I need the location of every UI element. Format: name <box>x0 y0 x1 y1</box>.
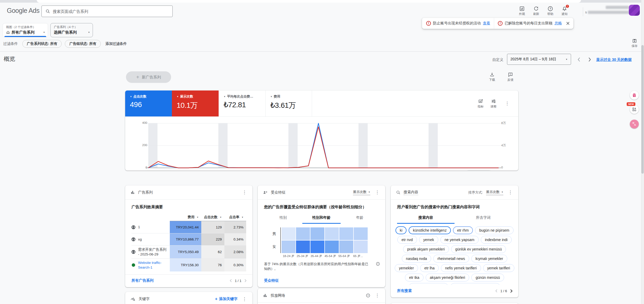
search-term-chip[interactable]: ne yemek yapsam <box>440 236 479 244</box>
more-options-button[interactable]: ⋮ <box>373 189 381 196</box>
scorecard-impressions[interactable]: ▼展示次数10.1万 <box>172 90 219 116</box>
status-paused-icon[interactable] <box>131 237 135 241</box>
table-row[interactable]: xgTRY10,866.772290.34% <box>131 233 246 245</box>
prev-page-button[interactable] <box>495 289 498 293</box>
scorecard-clicks[interactable]: ▼点击次数496 <box>125 90 172 116</box>
search-input[interactable] <box>53 9 169 14</box>
status-enabled-icon[interactable] <box>132 263 135 267</box>
more-options-button[interactable]: ⋮ <box>241 189 248 196</box>
clicks-cell: 62 <box>201 246 224 258</box>
search-term-chip[interactable]: etr nvd <box>397 236 417 244</box>
metrics-button[interactable]: 指标 <box>478 99 484 109</box>
search-term-chip[interactable]: ki <box>395 226 407 234</box>
search-term-chip[interactable]: günün menüsü <box>471 274 504 281</box>
prev-page-button[interactable] <box>229 279 232 283</box>
add-filter-button[interactable]: 添加过滤条件 <box>105 41 127 46</box>
avatar[interactable] <box>629 5 640 16</box>
date-range-selector[interactable]: 2025年 8月 14日 – 9月 18日 ▼ <box>507 54 571 65</box>
column-header-clicks[interactable]: 点击次数▼ <box>201 215 224 221</box>
show-last-30-days-link[interactable]: 显示过去 30 天的数据 <box>596 57 632 62</box>
search-term-chip[interactable]: günlük ev yemekleri menüsü <box>451 245 506 253</box>
search-term-chip[interactable]: yemek <box>419 236 438 244</box>
add-keywords-button[interactable]: +添加关键字 <box>215 296 237 302</box>
filter-label: 过滤条件 <box>3 41 18 46</box>
tab-gender-and-age[interactable]: 性别和年龄 <box>302 213 341 224</box>
filter-chip-campaign-status[interactable]: 广告系列状态: 所有 <box>22 40 62 48</box>
notifications-button[interactable]: 通知 ! <box>557 4 572 16</box>
all-campaigns-link[interactable]: 所有广告系列 <box>131 278 154 283</box>
search-term-chip[interactable]: pratik akşam yemekleri <box>403 245 449 253</box>
help-icon[interactable]: ? <box>366 293 370 298</box>
search-term-chip[interactable]: kıymalı yemekler <box>471 255 507 263</box>
search-term-chip[interactable]: indexbme indi <box>481 236 512 244</box>
search-tabs: 搜索内容 所含字词 <box>397 213 512 224</box>
ignore-link[interactable]: 忽略 <box>555 21 562 26</box>
search-term-chip-clipped[interactable] <box>450 283 500 285</box>
demographics-link[interactable]: 受众特征 <box>264 278 279 283</box>
next-period-button[interactable] <box>586 56 593 63</box>
alert-toast: ! 防止账号出现未经授权的活动 查看 ! 已解除您账号的每日支出限额 忽略 <box>422 18 573 29</box>
column-header-ctr[interactable]: 点击率▼ <box>224 215 246 221</box>
save-icon <box>632 38 637 44</box>
tab-included-words[interactable]: 所含字词 <box>455 213 512 224</box>
status-paused-icon[interactable] <box>131 225 135 229</box>
card-title: 投放网络 <box>271 293 285 298</box>
table-row[interactable]: Website traffic-Search-1TRY156.30760.30% <box>131 258 246 271</box>
all-searches-link[interactable]: 所有搜索 <box>397 289 412 293</box>
new-campaign-button[interactable]: + 新广告系列 <box>126 71 171 83</box>
table-row[interactable]: 1TRY20,041.441292.73% <box>131 221 246 233</box>
download-button[interactable]: 下载 <box>485 72 499 82</box>
table-row[interactable]: 需求开发广告系列 - 2025-06-29TRY5,050.49622.08% <box>131 245 246 258</box>
more-options-button[interactable]: ⋮ <box>241 296 248 302</box>
more-options-button[interactable]: ⋮ <box>373 292 381 299</box>
plus-icon: + <box>215 296 218 302</box>
close-toast-button[interactable] <box>566 21 570 26</box>
scorecard-cost[interactable]: ▼费用₺3.61万 <box>265 90 312 116</box>
search-term-chip[interactable]: rheinmetall news <box>433 255 469 263</box>
search-term-chip[interactable]: bugün ne pişirsem <box>475 226 513 234</box>
campaign-selector-dropdown[interactable]: 广告系列（4 个） 选择广告系列 ▼ <box>50 23 93 37</box>
search-term-chip[interactable]: nasdaq nvda <box>402 255 431 263</box>
help-button[interactable]: ? 帮助 <box>543 4 557 16</box>
next-page-button[interactable] <box>244 279 247 283</box>
view-link[interactable]: 查看 <box>483 21 490 26</box>
search-term-chip[interactable]: yemekler <box>395 264 418 272</box>
bar-chart-icon <box>263 293 267 298</box>
new-badge: NEW <box>627 102 635 106</box>
feedback-button[interactable]: 反馈 <box>503 72 518 82</box>
appearance-button[interactable]: 外观 <box>515 4 529 16</box>
previous-period-button[interactable] <box>575 56 582 63</box>
help-icon[interactable]: ? <box>376 262 380 266</box>
search-term-chip[interactable]: etr rhm <box>453 226 473 234</box>
sort-metric-selector[interactable]: 展示次数▼ <box>486 190 503 195</box>
tab-search-terms[interactable]: 搜索内容 <box>397 213 455 224</box>
search-term-chip[interactable]: etr lha <box>420 264 439 272</box>
save-button[interactable]: 保存 <box>628 38 641 48</box>
column-header-cost[interactable]: 费用▼ <box>170 215 201 221</box>
promotions-gift-button[interactable] <box>630 91 639 100</box>
campaign-name[interactable]: Website traffic-Search-1 <box>138 260 168 270</box>
svg-text:?: ? <box>550 7 551 10</box>
translate-button[interactable]: 中A <box>630 120 639 129</box>
view-selector-dropdown[interactable]: 视图（2 个过滤条件） 所有广告系列 ▼ <box>3 23 48 37</box>
whats-new-button[interactable] <box>630 105 639 114</box>
search-term-chip[interactable]: künstliche intelligenz <box>409 226 451 234</box>
search-term-chip[interactable]: akşam yemeği fikirleri <box>426 274 469 281</box>
tab-gender[interactable]: 性别 <box>264 213 302 224</box>
search-term-chip[interactable]: nefis yemek tarifleri <box>441 264 481 272</box>
search-term-chip[interactable]: yemek tarifleri <box>483 264 514 272</box>
filter-chip-ad-group-status[interactable]: 广告组状态: 所有 <box>65 40 101 48</box>
next-page-button[interactable] <box>510 289 513 293</box>
more-options-button[interactable]: ⋮ <box>506 189 514 196</box>
status-paused-icon[interactable] <box>131 250 135 254</box>
chart-more-button[interactable]: ⋮ <box>503 100 511 107</box>
scorecard-avg-cpc[interactable]: ▼平均每次点击费…₺72.81 <box>219 90 265 116</box>
search-term-chip[interactable]: etr tka <box>405 274 424 281</box>
impressions-metric-selector[interactable]: 展示次数▼ <box>353 190 370 195</box>
search-term-chip-clipped[interactable] <box>409 283 448 285</box>
adjust-button[interactable]: 调整 <box>490 99 497 109</box>
scrollbar-thumb[interactable] <box>641 45 644 174</box>
tab-age[interactable]: 年龄 <box>341 213 379 224</box>
global-search-box[interactable] <box>41 6 173 17</box>
refresh-button[interactable]: 刷新 <box>529 4 543 16</box>
